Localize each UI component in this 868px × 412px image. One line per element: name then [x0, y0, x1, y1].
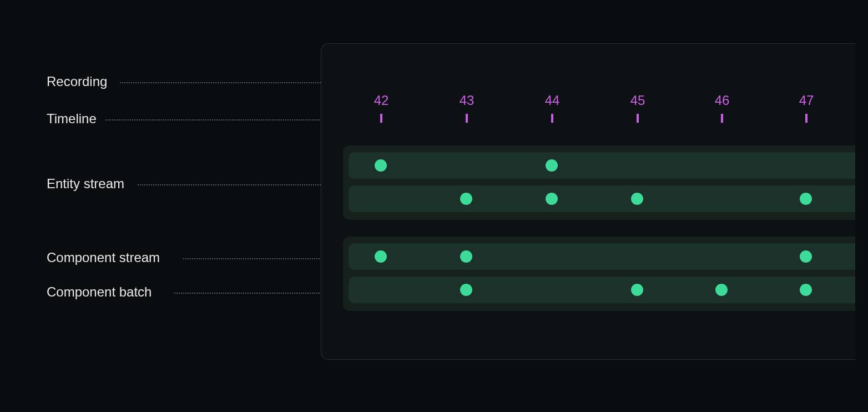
data-dot	[800, 284, 812, 296]
component-batch-label: Component batch	[47, 284, 152, 300]
entity-stream-row-2	[349, 185, 855, 212]
data-dot	[546, 193, 558, 205]
recording-connector	[120, 82, 321, 83]
entity-stream-group	[343, 145, 855, 220]
data-dot	[546, 159, 558, 172]
component-batch-row	[349, 277, 855, 303]
data-dot	[631, 284, 643, 296]
recording-label: Recording	[47, 74, 107, 89]
tick-mark-47	[805, 114, 808, 123]
data-dot	[375, 250, 387, 263]
tick-mark-46	[721, 114, 723, 123]
entity-stream-connector	[138, 184, 343, 185]
tick-label-46: 46	[715, 93, 730, 108]
diagram-container: Recording Timeline Entity stream Compone…	[0, 0, 868, 412]
tick-mark-42	[380, 114, 382, 123]
data-dot	[460, 193, 472, 205]
data-dot	[800, 250, 812, 263]
tick-label-45: 45	[630, 93, 645, 108]
entity-stream-row-1	[349, 152, 855, 179]
data-dot	[631, 193, 643, 205]
entity-stream-label: Entity stream	[47, 176, 124, 192]
tick-label-44: 44	[545, 93, 560, 108]
tick-mark-45	[637, 114, 639, 123]
timeline-label: Timeline	[47, 111, 97, 127]
tick-label-47: 47	[799, 93, 814, 108]
data-dot	[460, 284, 472, 296]
component-stream-row	[349, 243, 855, 270]
component-stream-label: Component stream	[47, 250, 160, 265]
data-dot	[460, 250, 472, 263]
data-dot	[800, 193, 812, 205]
tick-label-43: 43	[460, 93, 475, 108]
tick-mark-43	[466, 114, 468, 123]
component-group	[343, 237, 855, 311]
tick-mark-44	[551, 114, 553, 123]
data-dot	[375, 159, 387, 172]
data-dot	[715, 284, 728, 296]
tick-label-42: 42	[374, 93, 389, 108]
